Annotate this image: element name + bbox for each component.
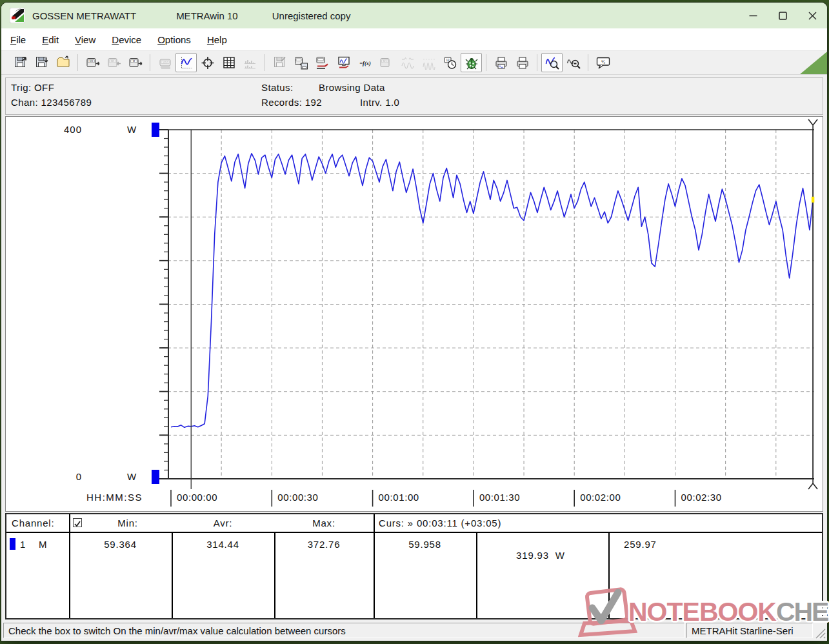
- minimize-button[interactable]: [738, 3, 768, 28]
- chart-view-button[interactable]: [175, 53, 197, 72]
- read-device-icon: 321: [86, 55, 100, 70]
- x-tick-label: 00:02:30: [681, 492, 722, 503]
- print-preview-button[interactable]: [490, 53, 512, 72]
- status-value: Browsing Data: [319, 82, 385, 93]
- toolbar: 321321M1257=f(x)32112⅟₂: [1, 51, 827, 75]
- desktop: { "window": { "title_app": "GOSSEN METRA…: [0, 0, 829, 644]
- cursor-right-bottom-handle[interactable]: [808, 479, 817, 489]
- menu-file[interactable]: File: [3, 30, 33, 49]
- records-count: Records: 192: [261, 97, 322, 108]
- svg-text:=f(x): =f(x): [359, 60, 371, 66]
- write-device-icon: 321: [107, 55, 121, 70]
- window-title-app: GOSSEN METRAWATT: [32, 10, 136, 21]
- table-header-avr: Avr:: [172, 518, 274, 528]
- channel-min-value: 59.364: [69, 539, 172, 550]
- cursor-right-highlight: [812, 197, 814, 203]
- cursor-diff-value: 259.97: [624, 539, 657, 550]
- chart-view-icon: [179, 55, 194, 70]
- x-tick-label: 00:01:30: [479, 492, 520, 503]
- x-tick-label: 00:00:00: [177, 492, 217, 503]
- interval-value: Intrv. 1.0: [360, 97, 399, 108]
- app-window: GOSSEN METRAWATT METRAwin 10 Unregistere…: [1, 3, 827, 641]
- minimize-icon: [748, 10, 759, 21]
- y-axis-unit-top: W: [127, 124, 137, 135]
- toolbar-separator: [150, 54, 150, 71]
- minmax-checkbox[interactable]: [73, 518, 82, 527]
- channel-marker-top: [152, 123, 159, 137]
- maximize-button[interactable]: [768, 3, 797, 28]
- print-icon: [515, 55, 530, 70]
- device-config-button[interactable]: [312, 53, 333, 72]
- save-button[interactable]: [31, 53, 52, 72]
- save-export-button[interactable]: [10, 53, 31, 72]
- monitor-config-icon: [337, 55, 351, 70]
- x-tick-label: 00:01:00: [379, 492, 419, 503]
- cursor-b-value: 319.93 W: [476, 539, 586, 572]
- table-header-channel: Channel:: [12, 518, 54, 528]
- write-device-button: 321: [103, 53, 125, 72]
- print-button[interactable]: [512, 53, 533, 72]
- device-name: METRAHit Starline-Seri: [692, 625, 794, 636]
- svg-text:⅟₂: ⅟₂: [601, 59, 605, 64]
- save-export-icon: [14, 55, 28, 70]
- svg-text:M: M: [133, 60, 135, 63]
- monitor-config-button[interactable]: [333, 53, 354, 72]
- annotation-button[interactable]: ⅟₂: [592, 53, 614, 72]
- histogram-view-button: [239, 53, 261, 72]
- y-axis-unit-bottom: W: [127, 471, 137, 482]
- store-device-button[interactable]: [290, 53, 312, 72]
- formula-fx-icon: =f(x): [358, 55, 372, 70]
- table-header-divider: [6, 532, 822, 533]
- menu-device[interactable]: Device: [105, 30, 148, 49]
- toolbar-corner-triangle: [800, 52, 827, 74]
- waveform-b-button: [418, 53, 439, 72]
- table-header-max: Max:: [274, 518, 374, 528]
- formula-fx-button[interactable]: =f(x): [354, 53, 375, 72]
- power-curve: [171, 154, 813, 428]
- acquisition-info-panel: Trig: OFF Chan: 123456789 Status: Browsi…: [5, 77, 823, 115]
- read-memory-icon: M: [128, 55, 143, 70]
- channel-marker-bottom: [152, 470, 159, 484]
- crosshair-view-button[interactable]: [197, 53, 218, 72]
- table-header-min: Min:: [84, 518, 172, 528]
- device-name-panel: METRAHit Starline-Seri: [686, 623, 813, 638]
- cursor-right-top-handle[interactable]: [808, 119, 817, 130]
- close-button[interactable]: [797, 3, 827, 28]
- channel-avr-value: 314.44: [172, 539, 274, 550]
- histogram-view-icon: [243, 55, 257, 70]
- table-header-cursor: Curs: » 00:03:11 (+03:05): [379, 518, 501, 528]
- table-view-icon: [222, 55, 236, 70]
- title-bar: GOSSEN METRAWATT METRAwin 10 Unregistere…: [1, 3, 827, 28]
- time-sync-button[interactable]: 12: [439, 53, 461, 72]
- status-message: Check the box to switch On the min/avr/m…: [8, 625, 346, 636]
- read-memory-button[interactable]: M: [125, 53, 146, 72]
- open-folder-button[interactable]: [52, 53, 74, 72]
- svg-text:321: 321: [383, 60, 386, 63]
- display-1257-button: 1257: [154, 53, 175, 72]
- table-view-button[interactable]: [218, 53, 239, 72]
- device-321-button: 321: [375, 53, 397, 72]
- toolbar-separator: [588, 54, 588, 71]
- cursor-a-value: 59.958: [374, 539, 476, 550]
- menu-view[interactable]: View: [68, 30, 103, 49]
- resize-grip[interactable]: [814, 627, 826, 639]
- crosshair-view-icon: [201, 55, 215, 70]
- waveform-b-icon: [422, 55, 436, 70]
- zoom-out-icon: [566, 55, 581, 70]
- display-1257-icon: 1257: [158, 55, 172, 70]
- bug-demo-button[interactable]: [461, 53, 482, 72]
- export-file-button: [269, 53, 290, 72]
- toolbar-separator: [265, 54, 265, 71]
- waveform-a-icon: [401, 55, 415, 70]
- menu-options[interactable]: Options: [150, 30, 198, 49]
- zoom-curve-button[interactable]: [541, 53, 563, 72]
- read-device-button[interactable]: 321: [82, 53, 103, 72]
- menu-help[interactable]: Help: [200, 30, 234, 49]
- svg-text:321: 321: [89, 60, 93, 63]
- zoom-out-button[interactable]: [563, 53, 584, 72]
- menu-bar: File Edit View Device Options Help: [1, 28, 827, 51]
- status-bar: Check the box to switch On the min/avr/m…: [1, 621, 827, 641]
- toolbar-separator: [77, 54, 78, 71]
- channel-number: 1: [20, 539, 26, 550]
- menu-edit[interactable]: Edit: [35, 30, 66, 49]
